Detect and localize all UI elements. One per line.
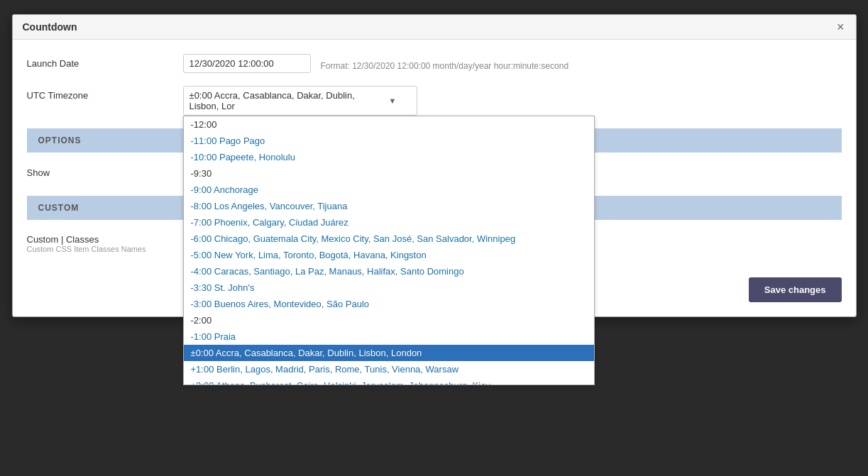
modal-close-button[interactable]: × <box>835 21 846 33</box>
timezone-option[interactable]: -5:00 New York, Lima, Toronto, Bogotá, H… <box>184 247 594 263</box>
countdown-modal: Countdown × Launch Date Format: 12/30/20… <box>12 14 857 317</box>
custom-classes-hint: Custom CSS Item Classes Names <box>27 245 183 253</box>
timezone-option[interactable]: -3:30 St. John's <box>184 279 594 296</box>
timezone-option[interactable]: -1:00 Praia <box>184 328 594 345</box>
timezone-option[interactable]: +2:00 Athens, Bucharest, Cairo, Helsinki… <box>184 377 594 385</box>
timezone-select[interactable]: ±0:00 Accra, Casablanca, Dakar, Dublin, … <box>183 86 417 116</box>
launch-date-row: Launch Date Format: 12/30/2020 12:00:00 … <box>27 54 842 73</box>
timezone-option[interactable]: -3:00 Buenos Aires, Montevideo, São Paul… <box>184 296 594 312</box>
launch-date-label: Launch Date <box>27 54 183 69</box>
save-changes-button[interactable]: Save changes <box>749 277 842 302</box>
timezone-option[interactable]: -2:00 <box>184 312 594 328</box>
timezone-option[interactable]: -6:00 Chicago, Guatemala City, Mexico Ci… <box>184 231 594 247</box>
custom-classes-label-col: Custom | Classes Custom CSS Item Classes… <box>27 230 183 253</box>
timezone-option[interactable]: -7:00 Phoenix, Calgary, Ciudad Juárez <box>184 214 594 231</box>
launch-date-input[interactable] <box>183 54 311 73</box>
modal-overlay: Countdown × Launch Date Format: 12/30/20… <box>0 0 868 476</box>
chevron-down-icon: ▼ <box>389 96 397 105</box>
timezone-option[interactable]: ±0:00 Accra, Casablanca, Dakar, Dublin, … <box>184 345 594 361</box>
timezone-option[interactable]: -8:00 Los Angeles, Vancouver, Tijuana <box>184 198 594 214</box>
modal-header: Countdown × <box>13 15 856 40</box>
timezone-option[interactable]: +1:00 Berlin, Lagos, Madrid, Paris, Rome… <box>184 361 594 377</box>
launch-date-content: Format: 12/30/2020 12:00:00 month/day/ye… <box>183 54 842 73</box>
timezone-option[interactable]: -9:30 <box>184 165 594 182</box>
format-hint: Format: 12/30/2020 12:00:00 month/day/ye… <box>321 56 569 71</box>
timezone-option[interactable]: -9:00 Anchorage <box>184 182 594 198</box>
modal-title: Countdown <box>23 21 77 33</box>
utc-timezone-label: UTC Timezone <box>27 86 183 101</box>
utc-timezone-row: UTC Timezone ±0:00 Accra, Casablanca, Da… <box>27 86 842 116</box>
timezone-option[interactable]: -11:00 Pago Pago <box>184 133 594 149</box>
custom-classes-label: Custom | Classes <box>27 234 183 245</box>
modal-body: Launch Date Format: 12/30/2020 12:00:00 … <box>13 40 856 253</box>
timezone-option[interactable]: -10:00 Papeete, Honolulu <box>184 149 594 165</box>
timezone-field-content: ±0:00 Accra, Casablanca, Dakar, Dublin, … <box>183 86 842 116</box>
timezone-option[interactable]: -4:00 Caracas, Santiago, La Paz, Manaus,… <box>184 263 594 279</box>
timezone-option[interactable]: -12:00 <box>184 116 594 133</box>
timezone-selected-text: ±0:00 Accra, Casablanca, Dakar, Dublin, … <box>189 90 385 111</box>
timezone-dropdown-list[interactable]: -12:00-11:00 Pago Pago-10:00 Papeete, Ho… <box>183 116 595 385</box>
show-label: Show <box>27 167 183 178</box>
